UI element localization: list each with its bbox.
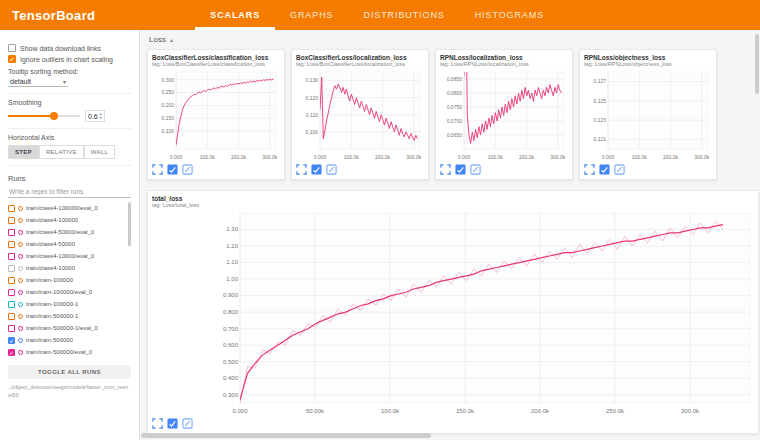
expand-chart-icon[interactable] [296, 164, 307, 175]
spinner-arrows-icon[interactable]: ▴▾ [100, 112, 102, 120]
run-list-item[interactable]: train/class4-50000 [8, 238, 131, 250]
fit-domain-icon[interactable] [167, 418, 178, 429]
axis-wall-button[interactable]: WALL [84, 145, 115, 159]
ignore-outliers-checkbox[interactable]: ✓ Ignore outliers in chart scaling [8, 55, 131, 63]
fit-domain-icon[interactable] [599, 164, 610, 175]
runs-scrollbar[interactable] [128, 202, 131, 246]
run-list-item[interactable]: train/train-100000 [8, 274, 131, 286]
svg-text:0.000: 0.000 [602, 154, 615, 160]
run-checkbox[interactable] [8, 217, 15, 224]
svg-text:0.123: 0.123 [593, 117, 606, 123]
axis-step-button[interactable]: STEP [8, 145, 39, 159]
run-checkbox[interactable] [8, 241, 15, 248]
smoothing-section: Smoothing 0.6 ▴▾ [8, 94, 131, 129]
run-checkbox[interactable]: ✓ [8, 337, 15, 344]
svg-text:100.0k: 100.0k [344, 154, 360, 160]
chart-tag: tag: Loss/RPNLoss/localization_loss [440, 61, 568, 67]
show-download-links-checkbox[interactable]: Show data download links [8, 44, 131, 52]
run-label: train/class4-10000/eval_0 [26, 253, 94, 259]
svg-text:150.0k: 150.0k [456, 408, 475, 414]
expand-chart-icon[interactable] [152, 164, 163, 175]
run-color-swatch [18, 266, 23, 271]
chart-card-total-loss: total_loss tag: Loss/total_loss 1.301.20… [147, 190, 759, 434]
line-chart: 0.1270.1250.1230.1210.000100.0k200.0k300… [584, 69, 714, 161]
svg-text:0.127: 0.127 [593, 78, 606, 84]
run-list-item[interactable]: train/class4-100000 [8, 214, 131, 226]
run-checkbox[interactable] [8, 205, 15, 212]
svg-text:0.400: 0.400 [223, 375, 239, 381]
run-checkbox[interactable] [8, 325, 15, 332]
tab-histograms[interactable]: HISTOGRAMS [460, 0, 559, 30]
runs-filter-input[interactable] [8, 186, 131, 198]
run-checkbox[interactable] [8, 289, 15, 296]
chart-card-rpn-localization-loss: RPNLoss/localization_loss tag: Loss/RPNL… [435, 49, 573, 180]
tooltip-sorting-dropdown[interactable]: default ▾ [8, 77, 68, 87]
tab-distributions[interactable]: DISTRIBUTIONS [348, 0, 459, 30]
run-list-item[interactable]: train/train-100000/eval_0 [8, 286, 131, 298]
chart-cards-row: BoxClassifierLoss/classification_loss ta… [147, 49, 754, 180]
run-label: train/train-100000/eval_0 [26, 289, 92, 295]
line-chart: 0.08500.08000.07500.07000.06500.000100.0… [440, 69, 570, 161]
fit-domain-icon[interactable] [311, 164, 322, 175]
pin-chart-icon[interactable] [470, 164, 481, 175]
run-list-item[interactable]: train/class4-50000/eval_0 [8, 226, 131, 238]
app-title: TensorBoard [12, 8, 95, 23]
run-checkbox[interactable] [8, 253, 15, 260]
run-checkbox[interactable] [8, 265, 15, 272]
run-list-item[interactable]: ✓ train/train-500000 [8, 334, 131, 346]
toggle-all-runs-button[interactable]: TOGGLE ALL RUNS [8, 365, 131, 379]
run-list-item[interactable]: train/train-100000-1 [8, 298, 131, 310]
run-list-item[interactable]: train/train-500000-1 [8, 310, 131, 322]
run-list-item[interactable]: train/class4-100000/eval_0 [8, 202, 131, 214]
svg-text:0.600: 0.600 [223, 342, 239, 348]
smoothing-value-input[interactable]: 0.6 ▴▾ [85, 110, 105, 122]
svg-text:0.0800: 0.0800 [447, 90, 463, 96]
run-list-item[interactable]: train/class4-10000/eval_0 [8, 250, 131, 262]
chart-title: RPNLoss/objectness_loss [584, 54, 712, 61]
collapse-caret-icon: ▴ [170, 36, 173, 43]
checkbox-checked-icon[interactable]: ✓ [8, 55, 16, 63]
chart-actions [584, 164, 712, 175]
pin-chart-icon[interactable] [182, 418, 193, 429]
run-checkbox[interactable] [8, 301, 15, 308]
tag-group-loss[interactable]: Loss ▴ [149, 35, 754, 44]
run-checkbox[interactable] [8, 277, 15, 284]
svg-text:100.0k: 100.0k [200, 154, 216, 160]
run-color-swatch [18, 350, 23, 355]
svg-text:200.0k: 200.0k [231, 154, 247, 160]
axis-relative-button[interactable]: RELATIVE [39, 145, 84, 159]
run-list-item[interactable]: ✓ train/train-500000/eval_0 [8, 346, 131, 358]
line-chart: 0.3000.2500.2000.1500.1000.000100.0k200.… [152, 69, 282, 161]
run-checkbox[interactable] [8, 229, 15, 236]
expand-chart-icon[interactable] [584, 164, 595, 175]
run-label: train/train-500000-1 [26, 313, 78, 319]
tab-graphs[interactable]: GRAPHS [275, 0, 348, 30]
expand-chart-icon[interactable] [440, 164, 451, 175]
pin-chart-icon[interactable] [614, 164, 625, 175]
runs-directory-path: ../object_detection/eegs/models/faster_r… [8, 383, 131, 400]
expand-chart-icon[interactable] [152, 418, 163, 429]
run-label: train/train-500000-1/eval_0 [26, 325, 98, 331]
run-checkbox[interactable]: ✓ [8, 349, 15, 356]
vertical-scrollbar[interactable] [755, 34, 759, 94]
fit-domain-icon[interactable] [455, 164, 466, 175]
run-color-swatch [18, 218, 23, 223]
svg-text:0.500: 0.500 [223, 359, 239, 365]
run-list-item[interactable]: train/train-500000-1/eval_0 [8, 322, 131, 334]
slider-thumb[interactable] [50, 112, 58, 120]
svg-text:0.0750: 0.0750 [447, 104, 463, 110]
run-list-item[interactable]: train/class4-10000 [8, 262, 131, 274]
run-label: train/train-500000/eval_0 [26, 349, 92, 355]
chart-title: RPNLoss/localization_loss [440, 54, 568, 61]
pin-chart-icon[interactable] [182, 164, 193, 175]
smoothing-slider[interactable] [8, 115, 80, 117]
pin-chart-icon[interactable] [326, 164, 337, 175]
general-settings-section: Show data download links ✓ Ignore outlie… [8, 36, 131, 94]
fit-domain-icon[interactable] [167, 164, 178, 175]
svg-text:300.0k: 300.0k [262, 154, 278, 160]
run-checkbox[interactable] [8, 313, 15, 320]
dashboard-content: Loss ▴ BoxClassifierLoss/classification_… [141, 30, 760, 440]
checkbox-unchecked-icon[interactable] [8, 44, 16, 52]
tab-scalars[interactable]: SCALARS [195, 0, 275, 30]
horizontal-scrollbar[interactable] [141, 433, 431, 438]
